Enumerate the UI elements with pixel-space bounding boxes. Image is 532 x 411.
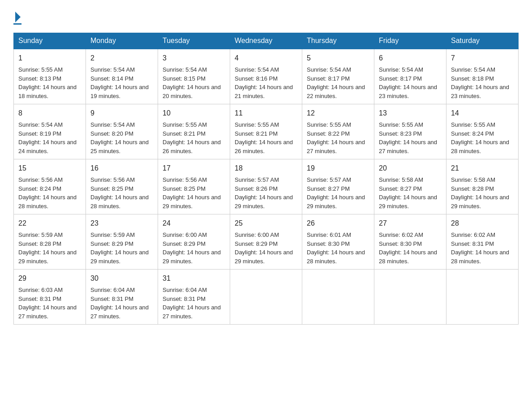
calendar-cell: 29Sunrise: 6:03 AMSunset: 8:31 PMDayligh… <box>14 270 86 325</box>
header-tuesday: Tuesday <box>158 33 230 49</box>
day-number: 10 <box>163 108 225 119</box>
calendar-cell <box>446 270 519 325</box>
day-number: 24 <box>163 218 225 229</box>
calendar-cell: 15Sunrise: 5:56 AMSunset: 8:24 PMDayligh… <box>14 159 86 214</box>
day-number: 8 <box>18 108 81 119</box>
day-number: 26 <box>307 218 369 229</box>
day-info: Sunrise: 6:00 AMSunset: 8:29 PMDaylight:… <box>163 231 225 265</box>
day-number: 2 <box>90 53 153 64</box>
calendar-cell: 17Sunrise: 5:56 AMSunset: 8:25 PMDayligh… <box>158 159 230 214</box>
day-number: 13 <box>379 108 442 119</box>
day-info: Sunrise: 6:02 AMSunset: 8:30 PMDaylight:… <box>379 231 442 265</box>
day-info: Sunrise: 6:00 AMSunset: 8:29 PMDaylight:… <box>235 231 297 265</box>
calendar-cell: 23Sunrise: 5:59 AMSunset: 8:29 PMDayligh… <box>86 214 158 270</box>
day-info: Sunrise: 5:59 AMSunset: 8:28 PMDaylight:… <box>18 231 81 265</box>
day-info: Sunrise: 5:55 AMSunset: 8:13 PMDaylight:… <box>18 65 81 100</box>
day-info: Sunrise: 5:54 AMSunset: 8:18 PMDaylight:… <box>451 65 514 100</box>
day-number: 20 <box>379 163 442 174</box>
day-info: Sunrise: 5:54 AMSunset: 8:14 PMDaylight:… <box>90 65 153 100</box>
calendar-cell: 26Sunrise: 6:01 AMSunset: 8:30 PMDayligh… <box>302 214 374 270</box>
calendar-cell: 21Sunrise: 5:58 AMSunset: 8:28 PMDayligh… <box>446 159 519 214</box>
day-info: Sunrise: 5:54 AMSunset: 8:17 PMDaylight:… <box>307 65 369 100</box>
day-info: Sunrise: 5:54 AMSunset: 8:16 PMDaylight:… <box>235 65 297 100</box>
day-number: 25 <box>235 218 297 229</box>
day-number: 1 <box>18 53 81 64</box>
day-info: Sunrise: 5:54 AMSunset: 8:17 PMDaylight:… <box>379 65 442 100</box>
day-number: 3 <box>163 53 225 64</box>
day-number: 14 <box>451 108 514 119</box>
calendar-cell: 18Sunrise: 5:57 AMSunset: 8:26 PMDayligh… <box>230 159 302 214</box>
logo-underline <box>13 23 21 25</box>
calendar-cell: 2Sunrise: 5:54 AMSunset: 8:14 PMDaylight… <box>86 49 158 104</box>
day-number: 23 <box>90 218 153 229</box>
calendar-cell: 28Sunrise: 6:02 AMSunset: 8:31 PMDayligh… <box>446 214 519 270</box>
day-number: 6 <box>379 53 442 64</box>
day-number: 29 <box>18 273 81 284</box>
day-number: 15 <box>18 163 81 174</box>
day-number: 17 <box>163 163 225 174</box>
week-row-2: 8Sunrise: 5:54 AMSunset: 8:19 PMDaylight… <box>14 104 519 159</box>
day-info: Sunrise: 5:55 AMSunset: 8:22 PMDaylight:… <box>307 120 369 155</box>
day-number: 18 <box>235 163 297 174</box>
calendar-cell: 8Sunrise: 5:54 AMSunset: 8:19 PMDaylight… <box>14 104 86 159</box>
header-monday: Monday <box>86 33 158 49</box>
calendar-table: SundayMondayTuesdayWednesdayThursdayFrid… <box>13 33 519 325</box>
day-number: 16 <box>90 163 153 174</box>
calendar-cell: 31Sunrise: 6:04 AMSunset: 8:31 PMDayligh… <box>158 270 230 325</box>
day-info: Sunrise: 5:56 AMSunset: 8:24 PMDaylight:… <box>18 176 81 210</box>
calendar-cell: 14Sunrise: 5:55 AMSunset: 8:24 PMDayligh… <box>446 104 519 159</box>
day-info: Sunrise: 5:57 AMSunset: 8:26 PMDaylight:… <box>235 176 297 210</box>
day-info: Sunrise: 6:04 AMSunset: 8:31 PMDaylight:… <box>90 286 153 321</box>
logo <box>13 13 21 25</box>
week-row-4: 22Sunrise: 5:59 AMSunset: 8:28 PMDayligh… <box>14 214 519 270</box>
day-info: Sunrise: 5:55 AMSunset: 8:21 PMDaylight:… <box>163 120 225 155</box>
day-info: Sunrise: 5:58 AMSunset: 8:27 PMDaylight:… <box>379 176 442 210</box>
calendar-cell: 3Sunrise: 5:54 AMSunset: 8:15 PMDaylight… <box>158 49 230 104</box>
day-number: 4 <box>235 53 297 64</box>
calendar-cell: 20Sunrise: 5:58 AMSunset: 8:27 PMDayligh… <box>374 159 446 214</box>
day-info: Sunrise: 5:56 AMSunset: 8:25 PMDaylight:… <box>163 176 225 210</box>
day-info: Sunrise: 5:56 AMSunset: 8:25 PMDaylight:… <box>90 176 153 210</box>
calendar-cell: 27Sunrise: 6:02 AMSunset: 8:30 PMDayligh… <box>374 214 446 270</box>
calendar-cell: 30Sunrise: 6:04 AMSunset: 8:31 PMDayligh… <box>86 270 158 325</box>
header-sunday: Sunday <box>14 33 86 49</box>
day-number: 21 <box>451 163 514 174</box>
day-info: Sunrise: 5:55 AMSunset: 8:21 PMDaylight:… <box>235 120 297 155</box>
calendar-cell: 4Sunrise: 5:54 AMSunset: 8:16 PMDaylight… <box>230 49 302 104</box>
day-info: Sunrise: 6:01 AMSunset: 8:30 PMDaylight:… <box>307 231 369 265</box>
header-saturday: Saturday <box>446 33 519 49</box>
day-number: 7 <box>451 53 514 64</box>
day-info: Sunrise: 5:54 AMSunset: 8:19 PMDaylight:… <box>18 120 81 155</box>
day-info: Sunrise: 6:04 AMSunset: 8:31 PMDaylight:… <box>163 286 225 321</box>
header <box>13 9 519 25</box>
calendar-cell: 10Sunrise: 5:55 AMSunset: 8:21 PMDayligh… <box>158 104 230 159</box>
day-info: Sunrise: 6:02 AMSunset: 8:31 PMDaylight:… <box>451 231 514 265</box>
day-info: Sunrise: 5:54 AMSunset: 8:15 PMDaylight:… <box>163 65 225 100</box>
header-thursday: Thursday <box>302 33 374 49</box>
header-wednesday: Wednesday <box>230 33 302 49</box>
day-number: 5 <box>307 53 369 64</box>
calendar-cell: 19Sunrise: 5:57 AMSunset: 8:27 PMDayligh… <box>302 159 374 214</box>
calendar-cell: 12Sunrise: 5:55 AMSunset: 8:22 PMDayligh… <box>302 104 374 159</box>
calendar-cell: 13Sunrise: 5:55 AMSunset: 8:23 PMDayligh… <box>374 104 446 159</box>
day-info: Sunrise: 6:03 AMSunset: 8:31 PMDaylight:… <box>18 286 81 321</box>
calendar-cell: 25Sunrise: 6:00 AMSunset: 8:29 PMDayligh… <box>230 214 302 270</box>
day-number: 9 <box>90 108 153 119</box>
calendar-cell: 9Sunrise: 5:54 AMSunset: 8:20 PMDaylight… <box>86 104 158 159</box>
logo-triangle-icon <box>15 12 21 22</box>
day-number: 12 <box>307 108 369 119</box>
day-info: Sunrise: 5:59 AMSunset: 8:29 PMDaylight:… <box>90 231 153 265</box>
calendar-cell: 5Sunrise: 5:54 AMSunset: 8:17 PMDaylight… <box>302 49 374 104</box>
day-number: 31 <box>163 273 225 284</box>
calendar-cell <box>230 270 302 325</box>
header-friday: Friday <box>374 33 446 49</box>
calendar-cell: 6Sunrise: 5:54 AMSunset: 8:17 PMDaylight… <box>374 49 446 104</box>
day-number: 30 <box>90 273 153 284</box>
week-row-3: 15Sunrise: 5:56 AMSunset: 8:24 PMDayligh… <box>14 159 519 214</box>
day-number: 27 <box>379 218 442 229</box>
day-number: 28 <box>451 218 514 229</box>
calendar-cell: 7Sunrise: 5:54 AMSunset: 8:18 PMDaylight… <box>446 49 519 104</box>
week-row-5: 29Sunrise: 6:03 AMSunset: 8:31 PMDayligh… <box>14 270 519 325</box>
calendar-cell: 22Sunrise: 5:59 AMSunset: 8:28 PMDayligh… <box>14 214 86 270</box>
day-info: Sunrise: 5:57 AMSunset: 8:27 PMDaylight:… <box>307 176 369 210</box>
